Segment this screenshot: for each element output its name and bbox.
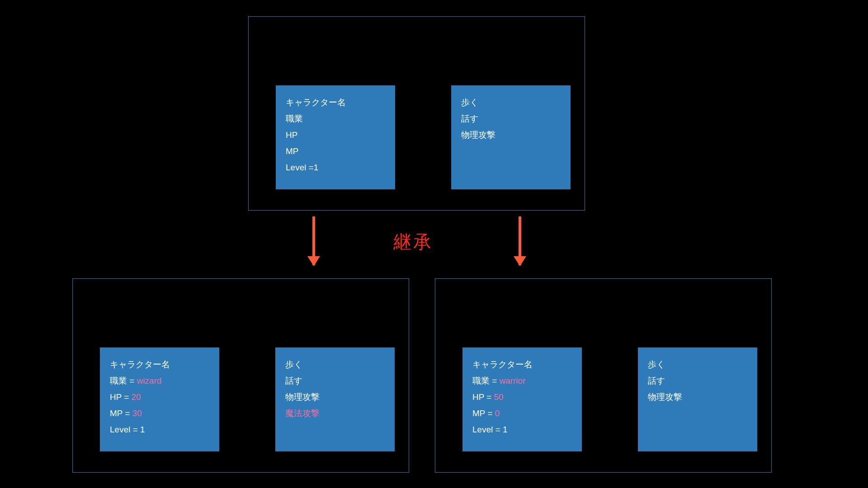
attr-hp-label: HP = [110,392,132,402]
attr-job-value: wizard [137,376,162,385]
attr-hp: HP = 50 [472,389,572,405]
method-physattack: 物理攻撃 [461,127,561,143]
method-walk: 歩く [648,357,747,373]
attr-job-value: warrior [500,376,526,385]
inherit-label: 継承 [393,230,433,254]
attr-mp-value: 30 [132,408,142,418]
method-talk: 話す [461,111,561,127]
attr-mp: MP = 0 [472,405,572,422]
wizard-attributes-box: キャラクター名 職業 = wizard HP = 20 MP = 30 Leve… [100,347,219,451]
attr-job-label: 職業 = [472,376,500,385]
method-talk: 話す [648,373,747,389]
attr-hp-label: HP = [472,392,494,402]
attr-level: Level =1 [286,160,385,176]
warrior-class-box: キャラクター名 職業 = warrior HP = 50 MP = 0 Leve… [435,278,772,473]
attr-level: Level = 1 [472,422,572,438]
attr-level: Level = 1 [110,422,209,438]
attr-job: 職業 = warrior [472,373,572,389]
warrior-methods-box: 歩く 話す 物理攻撃 [638,347,757,451]
attr-charname: キャラクター名 [472,357,572,373]
method-magicattack: 魔法攻撃 [285,405,385,422]
inherit-arrow-left [312,216,315,265]
attr-charname: キャラクター名 [110,357,209,373]
attr-mp-label: MP = [472,408,495,418]
attr-mp: MP [286,143,385,160]
inherit-arrow-right [519,216,521,265]
attr-job: 職業 [286,111,385,127]
method-walk: 歩く [285,357,385,373]
parent-methods-box: 歩く 話す 物理攻撃 [451,85,571,189]
attr-hp-value: 50 [494,392,504,402]
method-talk: 話す [285,373,385,389]
wizard-class-box: キャラクター名 職業 = wizard HP = 20 MP = 30 Leve… [72,278,409,473]
warrior-attributes-box: キャラクター名 職業 = warrior HP = 50 MP = 0 Leve… [462,347,582,451]
attr-hp: HP = 20 [110,389,209,405]
attr-job: 職業 = wizard [110,373,209,389]
parent-class-box: キャラクター名 職業 HP MP Level =1 歩く 話す 物理攻撃 [248,16,585,211]
attr-hp-value: 20 [132,392,141,402]
parent-attributes-box: キャラクター名 職業 HP MP Level =1 [276,85,395,189]
attr-mp-label: MP = [110,408,132,418]
method-physattack: 物理攻撃 [285,389,385,405]
attr-job-label: 職業 = [110,376,137,385]
attr-charname: キャラクター名 [286,94,385,111]
attr-mp-value: 0 [495,408,500,418]
attr-hp: HP [286,127,385,143]
attr-mp: MP = 30 [110,405,209,422]
wizard-methods-box: 歩く 話す 物理攻撃 魔法攻撃 [275,347,395,451]
method-walk: 歩く [461,94,561,111]
method-physattack: 物理攻撃 [648,389,747,405]
